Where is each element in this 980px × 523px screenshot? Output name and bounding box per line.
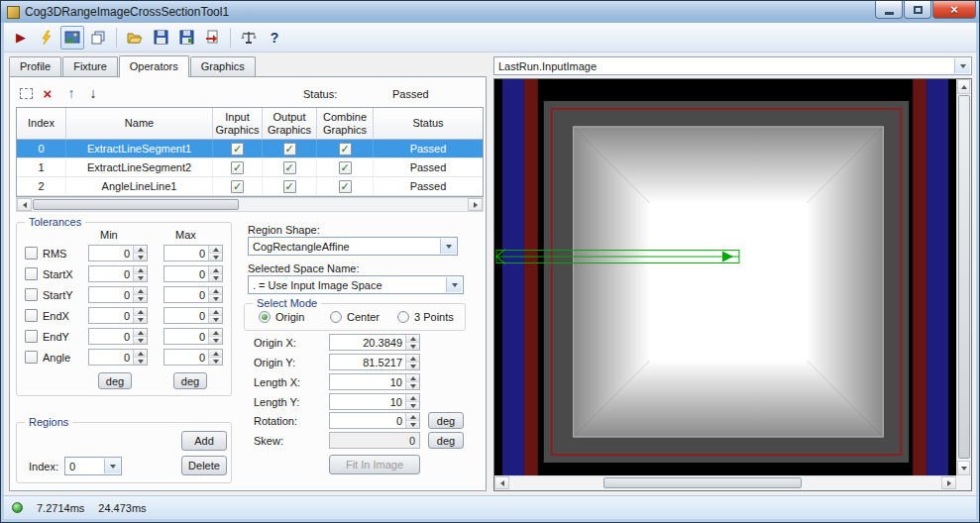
input-graphics-checkbox[interactable]: ✓ bbox=[231, 143, 244, 156]
minimize-button[interactable] bbox=[875, 1, 903, 19]
scroll-thumb[interactable] bbox=[33, 199, 239, 210]
endy-max-spinner[interactable]: 0 bbox=[163, 328, 223, 345]
scroll-thumb[interactable] bbox=[603, 477, 802, 488]
spinner-buttons[interactable] bbox=[133, 308, 147, 323]
rotation-spinner[interactable]: 0 bbox=[329, 412, 420, 429]
scroll-right-arrow[interactable] bbox=[941, 476, 956, 489]
table-row[interactable]: 1 ExtractLineSegment2 ✓ ✓ ✓ Passed bbox=[17, 158, 483, 177]
spinner-buttons[interactable] bbox=[208, 308, 222, 323]
region-shape-combo[interactable]: CogRectangleAffine bbox=[248, 237, 458, 256]
startx-max-spinner[interactable]: 0 bbox=[163, 265, 223, 282]
show-image-toggle-button[interactable] bbox=[60, 26, 84, 50]
open-button[interactable] bbox=[123, 26, 147, 50]
output-graphics-checkbox[interactable]: ✓ bbox=[283, 143, 296, 156]
delete-operator-button[interactable]: × bbox=[38, 83, 57, 103]
startx-checkbox[interactable] bbox=[25, 267, 38, 280]
startx-min-spinner[interactable]: 0 bbox=[88, 265, 148, 282]
range-image-canvas[interactable] bbox=[494, 79, 956, 475]
three-points-radio[interactable]: 3 Points bbox=[397, 311, 454, 323]
starty-checkbox[interactable] bbox=[25, 288, 38, 301]
spinner-buttons[interactable] bbox=[133, 246, 147, 261]
scroll-thumb[interactable] bbox=[958, 95, 970, 459]
spinner-buttons[interactable] bbox=[208, 287, 222, 302]
spinner-buttons[interactable] bbox=[405, 374, 419, 389]
skew-deg-button[interactable]: deg bbox=[428, 432, 464, 449]
save-button[interactable] bbox=[149, 26, 172, 50]
run-button[interactable]: ▶ bbox=[9, 26, 33, 50]
delete-region-button[interactable]: Delete bbox=[181, 456, 227, 475]
scroll-left-arrow[interactable] bbox=[494, 476, 509, 489]
image-vertical-scrollbar[interactable] bbox=[956, 79, 971, 475]
tab-operators[interactable]: Operators bbox=[119, 55, 189, 77]
length-y-spinner[interactable]: 10 bbox=[329, 393, 420, 410]
table-horizontal-scrollbar[interactable] bbox=[16, 197, 484, 212]
origin-x-spinner[interactable]: 20.3849 bbox=[329, 334, 420, 351]
spinner-buttons[interactable] bbox=[133, 329, 147, 344]
import-button[interactable] bbox=[200, 26, 224, 50]
close-button[interactable]: × bbox=[932, 1, 976, 19]
scroll-down-arrow[interactable] bbox=[957, 461, 970, 475]
starty-min-spinner[interactable]: 0 bbox=[88, 286, 148, 303]
spinner-buttons[interactable] bbox=[208, 329, 222, 344]
spinner-buttons[interactable] bbox=[208, 246, 222, 261]
spinner-buttons[interactable] bbox=[405, 335, 419, 350]
max-deg-button[interactable]: deg bbox=[173, 372, 207, 389]
spinner-buttons[interactable] bbox=[208, 350, 222, 365]
save-image-button[interactable] bbox=[174, 26, 198, 50]
origin-radio[interactable]: Origin bbox=[259, 311, 304, 323]
electric-run-button[interactable] bbox=[35, 26, 58, 50]
rms-max-spinner[interactable]: 0 bbox=[163, 245, 223, 262]
table-row[interactable]: 2 AngleLineLine1 ✓ ✓ ✓ Passed bbox=[17, 177, 483, 196]
table-row[interactable]: 0 ExtractLineSegment1 ✓ ✓ ✓ Passed bbox=[17, 140, 483, 158]
spinner-buttons[interactable] bbox=[133, 350, 147, 365]
spinner-buttons[interactable] bbox=[405, 355, 419, 369]
input-graphics-checkbox[interactable]: ✓ bbox=[231, 180, 244, 193]
input-graphics-checkbox[interactable]: ✓ bbox=[231, 161, 244, 174]
rms-checkbox[interactable] bbox=[25, 247, 38, 260]
spinner-buttons[interactable] bbox=[405, 394, 419, 409]
endx-min-spinner[interactable]: 0 bbox=[88, 307, 148, 324]
starty-max-spinner[interactable]: 0 bbox=[163, 286, 223, 303]
angle-max-spinner[interactable]: 0 bbox=[163, 349, 223, 366]
tab-fixture[interactable]: Fixture bbox=[62, 56, 118, 76]
maximize-button[interactable] bbox=[904, 1, 931, 19]
endx-max-spinner[interactable]: 0 bbox=[163, 307, 223, 324]
combine-graphics-checkbox[interactable]: ✓ bbox=[339, 143, 352, 156]
combine-graphics-checkbox[interactable]: ✓ bbox=[339, 180, 352, 193]
add-region-button[interactable]: Add bbox=[181, 431, 227, 451]
region-index-combo[interactable]: 0 bbox=[64, 457, 122, 475]
scroll-up-arrow[interactable] bbox=[957, 79, 970, 94]
min-deg-button[interactable]: deg bbox=[98, 372, 132, 389]
combine-graphics-checkbox[interactable]: ✓ bbox=[339, 161, 352, 174]
tab-graphics[interactable]: Graphics bbox=[190, 56, 256, 76]
rotation-deg-button[interactable]: deg bbox=[428, 412, 464, 429]
rms-min-spinner[interactable]: 0 bbox=[88, 245, 148, 262]
tab-profile[interactable]: Profile bbox=[9, 56, 61, 76]
spinner-buttons[interactable] bbox=[405, 413, 419, 428]
image-horizontal-scrollbar[interactable] bbox=[494, 475, 956, 490]
length-x-spinner[interactable]: 10 bbox=[329, 373, 420, 390]
output-graphics-checkbox[interactable]: ✓ bbox=[283, 161, 296, 174]
endy-checkbox[interactable] bbox=[25, 330, 38, 343]
selected-space-combo[interactable]: . = Use Input Image Space bbox=[248, 275, 464, 294]
angle-min-spinner[interactable]: 0 bbox=[88, 349, 148, 366]
fit-in-image-button[interactable]: Fit In Image bbox=[329, 455, 420, 474]
move-down-button[interactable]: ↓ bbox=[83, 83, 103, 103]
scroll-right-arrow[interactable] bbox=[468, 198, 483, 211]
copy-results-button[interactable] bbox=[86, 26, 110, 50]
help-button[interactable]: ? bbox=[263, 26, 286, 50]
spinner-buttons[interactable] bbox=[208, 266, 222, 281]
spinner-buttons[interactable] bbox=[133, 287, 147, 302]
display-source-combo[interactable]: LastRun.InputImage bbox=[493, 56, 972, 75]
endx-checkbox[interactable] bbox=[25, 309, 38, 322]
spinner-buttons[interactable] bbox=[133, 266, 147, 281]
center-radio[interactable]: Center bbox=[330, 311, 380, 323]
output-graphics-checkbox[interactable]: ✓ bbox=[283, 180, 296, 193]
endy-min-spinner[interactable]: 0 bbox=[88, 328, 148, 345]
scroll-left-arrow[interactable] bbox=[17, 198, 32, 211]
angle-checkbox[interactable] bbox=[25, 351, 38, 364]
origin-y-spinner[interactable]: 81.5217 bbox=[329, 354, 420, 370]
add-operator-button[interactable] bbox=[16, 83, 36, 103]
datum-button[interactable] bbox=[237, 26, 261, 50]
move-up-button[interactable]: ↑ bbox=[61, 83, 81, 103]
